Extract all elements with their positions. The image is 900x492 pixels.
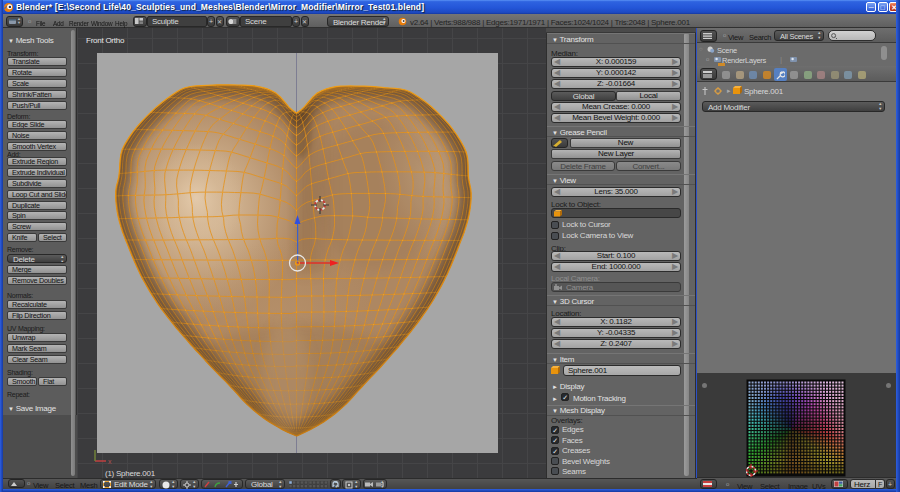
svg-text:(1) Sphere.001: (1) Sphere.001 bbox=[105, 469, 156, 478]
svg-text:Front Ortho: Front Ortho bbox=[86, 36, 125, 45]
